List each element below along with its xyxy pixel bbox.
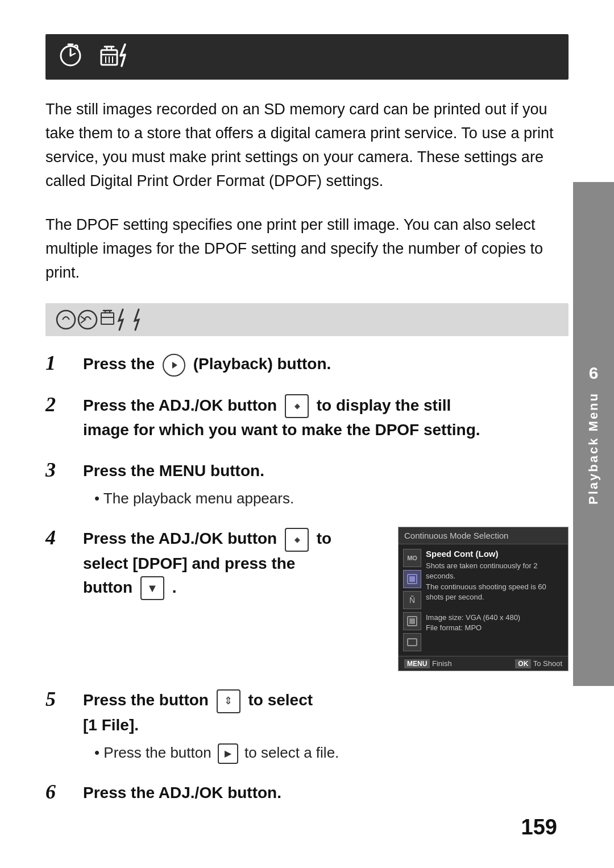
- adj-icon-inline: ◈: [285, 394, 309, 418]
- step-2-content: Press the ADJ./OK button ◈ to display th…: [83, 394, 569, 443]
- print-icon: [99, 41, 138, 73]
- step-5-content: Press the button ⇕ to select [1 File]. P…: [83, 688, 569, 764]
- cam-icon-2: [403, 570, 421, 588]
- step-5: 5 Press the button ⇕ to select [1 File].…: [45, 688, 569, 764]
- timer-icon: [57, 41, 84, 73]
- cam-footer-right: OK To Shoot: [515, 659, 562, 668]
- step-6-number: 6: [45, 781, 73, 804]
- cam-description: Speed Cont (Low) Shots are taken continu…: [426, 549, 563, 651]
- cam-icon-1: MO: [403, 549, 421, 567]
- svg-rect-24: [409, 618, 415, 624]
- intro-paragraph1: The still images recorded on an SD memor…: [45, 98, 569, 193]
- adj-icon-2: ◈: [285, 528, 309, 552]
- cam-speed-label: Speed Cont (Low): [426, 549, 563, 559]
- step-3-bullet: The playback menu appears.: [83, 487, 569, 510]
- cam-icons: MO Ñ: [403, 549, 421, 651]
- step-6: 6 Press the ADJ./OK button.: [45, 781, 569, 805]
- step-1: 1 Press the (Playback) button.: [45, 352, 569, 377]
- cam-screen-title: Continuous Mode Selection: [399, 527, 568, 544]
- header-bar: [45, 34, 569, 80]
- step-4-number: 4: [45, 527, 73, 549]
- step-2-number: 2: [45, 394, 73, 416]
- menu-tag: MENU: [404, 659, 430, 668]
- step-2: 2 Press the ADJ./OK button ◈ to display …: [45, 394, 569, 443]
- side-tab-label: Playback Menu: [586, 392, 601, 505]
- side-tab: 6 Playback Menu: [573, 182, 614, 686]
- svg-point-13: [57, 311, 75, 329]
- section-bar-icons: [55, 307, 163, 332]
- cam-footer-left: MENU Finish: [404, 659, 452, 668]
- step-4: 4 Press the ADJ./OK button ◈ to select […: [45, 527, 569, 671]
- cam-desc-text: Shots are taken continuously for 2 secon…: [426, 561, 563, 633]
- right-icon-inline: ▶: [218, 743, 238, 764]
- step-5-bullet: Press the button ▶ to select a file.: [83, 742, 569, 764]
- step-1-content: Press the (Playback) button.: [83, 352, 569, 377]
- svg-marker-20: [172, 362, 177, 369]
- intro-paragraph2: The DPOF setting specifies one print per…: [45, 213, 569, 285]
- step-3-content: Press the MENU button. The playback menu…: [83, 459, 569, 510]
- cam-screen-body: MO Ñ Speed Cont (Low) Shots are ta: [399, 544, 568, 656]
- section-bar: [45, 303, 569, 336]
- up-down-icon: ⇕: [217, 689, 240, 713]
- step-4-content: Press the ADJ./OK button ◈ to select [DP…: [83, 527, 388, 600]
- page-number: 159: [521, 815, 557, 840]
- cam-icon-4: [403, 612, 421, 630]
- svg-rect-22: [409, 576, 415, 582]
- svg-point-14: [78, 311, 97, 329]
- down-icon: ▼: [140, 576, 164, 600]
- step-3: 3 Press the MENU button. The playback me…: [45, 459, 569, 510]
- camera-screenshot: Continuous Mode Selection MO Ñ: [398, 527, 569, 671]
- header-icons: [57, 41, 138, 73]
- step-1-number: 1: [45, 352, 73, 375]
- cam-icon-5: [403, 633, 421, 651]
- cam-icon-3: Ñ: [403, 591, 421, 609]
- step-3-number: 3: [45, 459, 73, 482]
- step-5-number: 5: [45, 688, 73, 711]
- cam-footer: MENU Finish OK To Shoot: [399, 656, 568, 671]
- page-content: The still images recorded on an SD memor…: [0, 0, 614, 868]
- svg-rect-15: [101, 313, 114, 324]
- ok-tag: OK: [515, 659, 531, 668]
- side-tab-number: 6: [589, 363, 599, 383]
- step-6-content: Press the ADJ./OK button.: [83, 781, 569, 805]
- svg-rect-25: [408, 639, 417, 646]
- playback-icon-inline: [163, 354, 185, 377]
